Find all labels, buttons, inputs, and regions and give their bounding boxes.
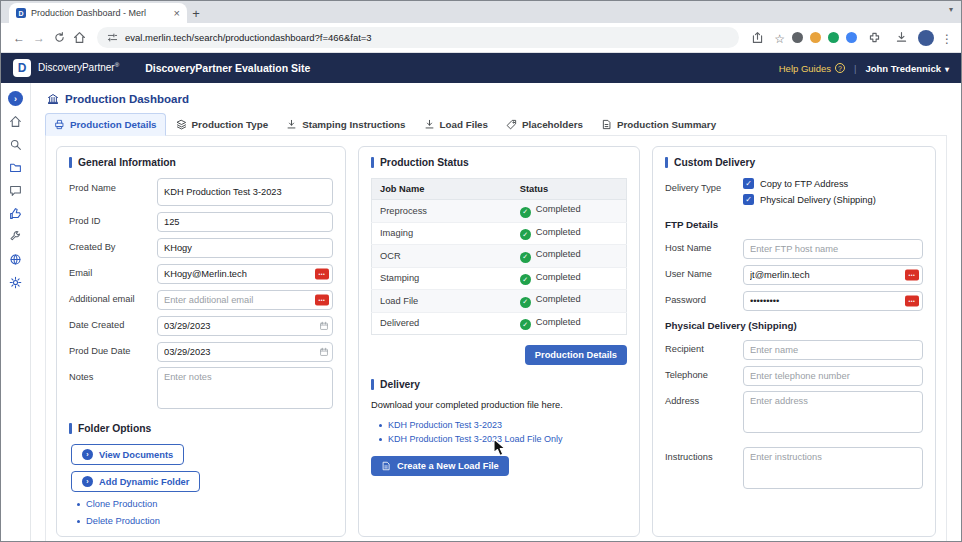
host-name-input[interactable] (743, 239, 923, 259)
production-status-panel: Production Status Job Name Status Prepro… (358, 146, 640, 537)
prod-id-input[interactable] (157, 212, 333, 232)
prod-name-input[interactable] (157, 178, 333, 206)
sidebar-expand-icon[interactable] (8, 91, 23, 106)
check-circle-icon (520, 274, 531, 285)
email-input[interactable] (157, 264, 333, 284)
tab-placeholders[interactable]: Placeholders (498, 114, 591, 135)
additional-email-input[interactable] (157, 290, 333, 310)
new-tab-button[interactable] (187, 6, 205, 21)
password-label: Password (665, 290, 743, 305)
telephone-label: Telephone (665, 365, 743, 380)
check-circle-icon (520, 319, 531, 330)
tab-stamping-instructions[interactable]: Stamping Instructions (278, 114, 413, 135)
help-guides-link[interactable]: Help Guides (779, 63, 845, 74)
browser-menu-icon[interactable] (941, 29, 953, 47)
tab-title: Production Dashboard - Merl (31, 8, 169, 18)
create-new-load-file-button[interactable]: Create a New Load File (371, 456, 509, 476)
email-error-badge-icon (905, 295, 919, 306)
bullet-icon (379, 438, 382, 441)
date-created-input[interactable] (157, 316, 333, 336)
production-details-icon (54, 119, 65, 130)
production-type-icon (176, 119, 187, 130)
email-error-badge-icon (315, 268, 329, 279)
forward-button[interactable] (29, 28, 49, 48)
folder-options-title: Folder Options (69, 423, 333, 434)
table-row: ImagingCompleted (372, 222, 627, 245)
bullet-icon (77, 503, 80, 506)
extension-icon[interactable] (810, 32, 821, 43)
table-row: PreprocessCompleted (372, 200, 627, 223)
created-by-input[interactable] (157, 238, 333, 258)
table-row: DeliveredCompleted (372, 312, 627, 335)
view-documents-button[interactable]: View Documents (71, 444, 184, 465)
app-header: DiscoveryPartner® DiscoveryPartner Evalu… (1, 53, 961, 83)
extension-icon[interactable] (828, 32, 839, 43)
address-bar[interactable]: eval.merlin.tech/search/productiondashbo… (97, 27, 739, 48)
share-icon[interactable] (747, 28, 767, 48)
browser-tab-strip: Production Dashboard - Merl (1, 1, 961, 23)
downloads-icon[interactable] (891, 28, 911, 48)
checkbox-checked-icon (743, 178, 754, 189)
copy-to-ftp-checkbox[interactable]: Copy to FTP Address (743, 178, 923, 189)
email-error-badge-icon (905, 269, 919, 280)
clone-production-link[interactable]: Clone Production (77, 499, 333, 509)
delivery-type-label: Delivery Type (665, 178, 743, 193)
chat-icon[interactable] (8, 183, 23, 198)
gear-icon[interactable] (8, 275, 23, 290)
tab-list-caret-icon[interactable] (949, 5, 953, 14)
calendar-icon[interactable] (319, 347, 329, 357)
browser-toolbar: eval.merlin.tech/search/productiondashbo… (1, 23, 961, 53)
calendar-icon[interactable] (319, 321, 329, 331)
production-details-button[interactable]: Production Details (525, 345, 627, 365)
address-textarea[interactable] (743, 391, 923, 433)
prod-name-label: Prod Name (69, 178, 157, 193)
tab-production-details[interactable]: Production Details (45, 113, 166, 136)
table-row: StampingCompleted (372, 267, 627, 290)
site-info-icon[interactable] (107, 32, 118, 43)
bookmark-star-icon[interactable] (774, 29, 785, 47)
reload-button[interactable] (49, 28, 69, 48)
tab-production-type[interactable]: Production Type (168, 114, 277, 135)
extension-icon[interactable] (846, 32, 857, 43)
back-button[interactable] (9, 28, 29, 48)
delete-production-link[interactable]: Delete Production (77, 516, 333, 526)
physical-delivery-checkbox[interactable]: Physical Delivery (Shipping) (743, 194, 923, 205)
check-circle-icon (520, 252, 531, 263)
extensions-puzzle-icon[interactable] (864, 28, 884, 48)
site-favicon-icon (16, 8, 26, 18)
home-icon[interactable] (8, 114, 23, 129)
chevron-down-icon (945, 63, 949, 74)
home-button[interactable] (69, 28, 89, 48)
telephone-input[interactable] (743, 366, 923, 386)
notes-textarea[interactable] (157, 367, 333, 409)
checkbox-checked-icon (743, 194, 754, 205)
add-dynamic-folder-button[interactable]: Add Dynamic Folder (71, 471, 200, 492)
page-title: Production Dashboard (47, 93, 947, 105)
discoverypartner-logo-icon (13, 59, 31, 77)
folder-icon[interactable] (8, 160, 23, 175)
tab-close-icon[interactable] (174, 8, 180, 19)
production-file-link[interactable]: KDH Production Test 3-2023 (379, 420, 627, 430)
prod-due-date-input[interactable] (157, 342, 333, 362)
check-circle-icon (520, 229, 531, 240)
extension-icon[interactable] (792, 32, 803, 43)
password-input[interactable] (743, 291, 923, 311)
browser-tab[interactable]: Production Dashboard - Merl (9, 3, 187, 23)
mouse-cursor (493, 438, 507, 457)
globe-icon[interactable] (8, 252, 23, 267)
thumbs-up-icon[interactable] (8, 206, 23, 221)
custom-delivery-title: Custom Delivery (665, 157, 923, 168)
search-icon[interactable] (8, 137, 23, 152)
bullet-icon (379, 424, 382, 427)
user-name-input[interactable] (743, 265, 923, 285)
email-error-badge-icon (315, 294, 329, 305)
tab-load-files[interactable]: Load Files (416, 114, 496, 135)
wrench-icon[interactable] (8, 229, 23, 244)
user-menu[interactable]: John Tredennick (865, 63, 949, 74)
instructions-textarea[interactable] (743, 447, 923, 489)
left-sidebar (1, 83, 31, 541)
tab-production-summary[interactable]: Production Summary (593, 114, 724, 135)
profile-avatar[interactable] (918, 30, 934, 46)
user-name-label: User Name (665, 264, 743, 279)
recipient-input[interactable] (743, 340, 923, 360)
